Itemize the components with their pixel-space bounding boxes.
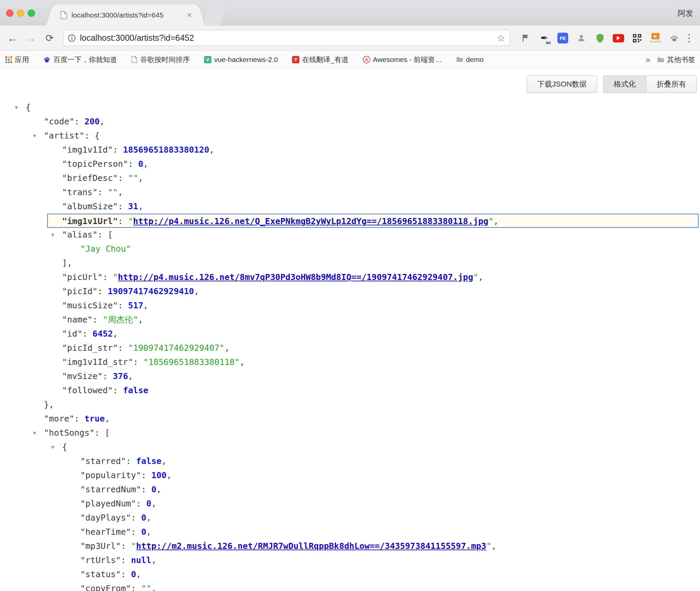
- player-extension-icon[interactable]: ▶ PLAYER: [649, 30, 662, 46]
- json-line: "img1v1Url": "http://p4.music.126.net/Q_…: [47, 214, 699, 228]
- address-bar[interactable]: localhost:3000/artists?id=6452 ☆: [63, 30, 510, 46]
- json-token-num: 19097417462929410: [108, 286, 194, 296]
- json-token-punct: ,: [151, 555, 156, 565]
- fe-badge: FE: [557, 33, 568, 43]
- json-token-punct: :: [121, 555, 131, 565]
- collapse-toggle-icon[interactable]: ▼: [33, 129, 36, 143]
- json-token-punct: ,: [151, 499, 156, 508]
- view-mode-toggle: 格式化 折叠所有: [603, 75, 697, 93]
- json-tree: ▼{"code": 200,▼"artist": {"img1v1Id": 18…: [0, 100, 700, 591]
- json-token-key: "artist": [44, 131, 84, 141]
- youtube-extension-icon[interactable]: [612, 30, 625, 46]
- reload-button[interactable]: ⟳: [42, 30, 57, 46]
- bookmark-awesomes[interactable]: A Awesomes - 前端资…: [363, 55, 442, 64]
- bookmark-demo-folder[interactable]: demo: [456, 56, 484, 64]
- json-token-punct: :: [141, 485, 151, 494]
- bookmark-youdao-translate[interactable]: Y 在线翻译_有道: [292, 55, 349, 64]
- minimize-window-button[interactable]: [17, 9, 24, 17]
- json-token-key: "hotSongs": [44, 428, 95, 438]
- json-token-punct: :: [92, 315, 103, 324]
- json-token-key: "popularity": [80, 470, 141, 480]
- json-token-punct: ,: [128, 371, 133, 381]
- json-token-punct: ,: [478, 272, 483, 282]
- profile-extension-icon[interactable]: [575, 30, 588, 46]
- apps-grid-icon: [5, 56, 12, 63]
- json-token-punct: ,: [493, 216, 498, 226]
- json-url-link[interactable]: http://m2.music.126.net/RMJR7wDullRqppBk…: [136, 541, 487, 551]
- json-token-key: "copyFrom": [80, 584, 131, 591]
- json-token-num: 0: [146, 499, 151, 508]
- menu-icon[interactable]: ⋮: [682, 30, 697, 46]
- translate-pen-extension-icon[interactable]: ✒ en: [538, 30, 551, 46]
- json-token-key: "playedNum": [80, 499, 136, 508]
- json-token-num: 6452: [92, 329, 113, 339]
- json-token-punct: ,: [225, 343, 230, 353]
- json-token-key: "alias": [62, 230, 97, 240]
- collapse-toggle-icon[interactable]: ▼: [51, 228, 54, 242]
- json-line: "id": 6452,: [0, 327, 700, 341]
- collapse-all-button[interactable]: 折叠所有: [646, 75, 697, 93]
- json-token-str: "周杰伦": [103, 315, 138, 324]
- download-json-button[interactable]: 下载JSON数据: [527, 75, 597, 93]
- collapse-toggle-icon[interactable]: ▼: [33, 426, 36, 440]
- json-line: "hearTime": 0,: [0, 525, 700, 539]
- json-line: "picId_str": "19097417462929407",: [0, 341, 700, 355]
- flag-icon: [522, 34, 530, 42]
- browser-tab[interactable]: localhost:3000/artists?id=645 ✕: [53, 4, 198, 26]
- json-token-str: "": [141, 584, 151, 591]
- json-token-punct: ,: [146, 527, 151, 537]
- json-line: ▼{: [0, 100, 700, 115]
- collapse-toggle-icon[interactable]: ▼: [51, 440, 54, 454]
- json-token-bool: false: [123, 385, 148, 395]
- profile-name[interactable]: 阿发: [678, 8, 693, 19]
- forward-button[interactable]: →: [23, 30, 38, 46]
- bookmark-star-icon[interactable]: ☆: [497, 32, 505, 44]
- json-token-punct: :: [118, 301, 128, 310]
- back-button[interactable]: ←: [5, 30, 20, 46]
- bookmarks-overflow-icon[interactable]: »: [646, 55, 650, 65]
- folder-icon: [456, 57, 463, 62]
- player-label: PLAYER: [650, 40, 661, 43]
- qr-extension-icon[interactable]: [631, 30, 643, 46]
- json-token-punct: ,: [209, 145, 214, 155]
- bookmark-apps[interactable]: 应用: [5, 55, 29, 64]
- json-token-punct: ,: [113, 329, 118, 339]
- fe-extension-icon[interactable]: FE: [556, 30, 569, 46]
- paw-extension-icon[interactable]: [668, 30, 680, 46]
- json-token-punct: :: [95, 428, 105, 438]
- json-line: "status": 0,: [0, 567, 700, 582]
- maximize-window-button[interactable]: [28, 9, 35, 17]
- json-token-key: "starredNum": [80, 485, 141, 494]
- json-token-num: 517: [128, 301, 143, 310]
- bookmarks-bar: 应用 百度一下，你就知道 谷歌按时间排序 V vue-hackernews-2.…: [0, 51, 700, 69]
- json-line: ▼"hotSongs": [: [0, 426, 700, 440]
- bookmark-label: demo: [466, 56, 484, 64]
- close-window-button[interactable]: [6, 9, 13, 17]
- new-tab-button[interactable]: [203, 7, 226, 26]
- json-token-bool: true: [84, 414, 105, 424]
- other-bookmarks-folder[interactable]: 其他书签: [657, 55, 695, 64]
- json-url-link[interactable]: http://p4.music.126.net/8mv7qP30Pd3oHW8b…: [118, 272, 473, 282]
- json-token-num: 376: [113, 371, 128, 381]
- shield-extension-icon[interactable]: [593, 30, 606, 46]
- bookmark-baidu[interactable]: 百度一下，你就知道: [43, 55, 117, 64]
- youtube-icon: [613, 34, 624, 42]
- tab-close-icon[interactable]: ✕: [186, 11, 192, 19]
- json-token-punct: ,: [138, 173, 143, 183]
- person-icon: [577, 33, 586, 43]
- collapse-toggle-icon[interactable]: ▼: [15, 100, 18, 115]
- json-url-link[interactable]: http://p4.music.126.net/Q_ExePNkmgB2yWyL…: [133, 216, 489, 226]
- flag-extension-icon[interactable]: [519, 30, 532, 46]
- json-token-key: "hearTime": [80, 527, 131, 537]
- format-button[interactable]: 格式化: [603, 75, 646, 93]
- page-info-icon[interactable]: [68, 34, 76, 42]
- json-line: "picId": 19097417462929410,: [0, 284, 700, 299]
- url-text[interactable]: localhost:3000/artists?id=6452: [80, 33, 497, 43]
- json-token-str: ": [486, 541, 491, 551]
- bookmark-google-sort[interactable]: 谷歌按时间排序: [131, 55, 190, 64]
- json-token-key: "picUrl": [62, 272, 103, 282]
- viewer-buttons: 下载JSON数据 格式化 折叠所有: [527, 75, 697, 93]
- json-token-key: "img1v1Url": [62, 216, 118, 226]
- json-token-key: "code": [44, 117, 74, 126]
- bookmark-vue-hackernews[interactable]: V vue-hackernews-2.0: [204, 56, 278, 64]
